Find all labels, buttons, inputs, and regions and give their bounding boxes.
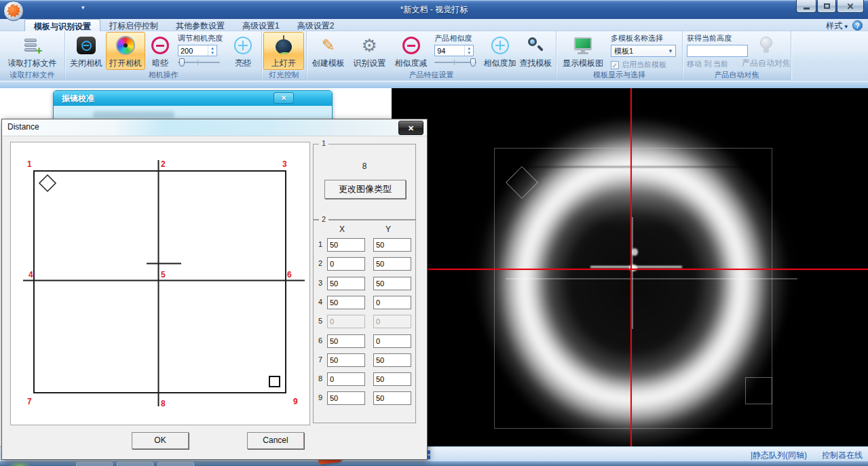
pencil-icon: ✎ xyxy=(322,37,335,54)
point-1-x-input[interactable] xyxy=(327,238,365,252)
lamp-icon xyxy=(274,35,293,56)
group-camera-ops: 关闭相机 打开相机 暗些 调节相机亮度 ▲▼ xyxy=(65,31,262,80)
close-button[interactable]: ✕ xyxy=(837,0,864,13)
point-1-y-input[interactable] xyxy=(373,238,411,252)
plus-circle-icon xyxy=(491,37,509,54)
enable-template-checkbox[interactable]: ✓ 启用当前模板 xyxy=(611,60,666,70)
ok-button[interactable]: OK xyxy=(132,432,189,449)
multi-template-label: 多模板名称选择 xyxy=(611,33,663,43)
point-row-1: 1 xyxy=(314,238,417,252)
point-9-y-input[interactable] xyxy=(373,391,411,405)
change-image-type-button[interactable]: 更改图像类型 xyxy=(324,180,406,199)
template-square-marker xyxy=(745,377,772,404)
quick-access-caret-icon[interactable]: ▾ xyxy=(81,5,85,11)
taskbar-button[interactable] xyxy=(117,462,153,466)
close-icon[interactable]: ✕ xyxy=(273,92,294,104)
similarity-slider[interactable] xyxy=(434,58,476,66)
point-index: 3 xyxy=(318,279,322,287)
group-label-camera-ops: 相机操作 xyxy=(65,70,261,80)
close-icon: ✕ xyxy=(847,2,854,11)
point-5-y-input[interactable] xyxy=(373,315,411,328)
similarity-minus-button[interactable]: 相似度减 xyxy=(390,32,432,70)
point-4-y-input[interactable] xyxy=(373,296,411,309)
point-8-x-input[interactable] xyxy=(327,372,365,386)
point-2-y-input[interactable] xyxy=(373,257,411,271)
crosshair-horizontal-line xyxy=(392,269,868,270)
start-orb-icon[interactable] xyxy=(10,461,30,466)
grid-point-label-2: 2 xyxy=(161,159,166,169)
point-row-2: 2 xyxy=(314,257,417,271)
product-autofocus-button[interactable]: 产品自动对焦 xyxy=(744,32,789,70)
point-row-7: 7 xyxy=(314,353,417,367)
point-8-y-input[interactable] xyxy=(373,372,411,386)
tab-other-params[interactable]: 其他参数设置 xyxy=(167,19,233,31)
darker-button[interactable]: 暗些 xyxy=(145,32,175,70)
taskbar-button[interactable] xyxy=(76,462,113,466)
similarity-label: 产品相似度 xyxy=(434,33,472,43)
maximize-button[interactable] xyxy=(817,0,836,13)
read-mark-file-button[interactable]: + 读取打标文件 xyxy=(1,32,63,70)
point-4-x-input[interactable] xyxy=(327,296,365,309)
brightness-label: 调节相机亮度 xyxy=(178,33,223,43)
spinner-arrows-icon[interactable]: ▲▼ xyxy=(464,45,473,56)
point-row-6: 6 xyxy=(314,334,417,348)
point-row-4: 4 xyxy=(314,296,417,309)
current-height-input[interactable] xyxy=(687,45,748,57)
top-light-on-button[interactable]: 上灯开 xyxy=(263,32,304,70)
cancel-button[interactable]: Cancel xyxy=(247,432,304,449)
template-dropdown[interactable]: 模板1 ▼ xyxy=(611,45,676,57)
point-9-x-input[interactable] xyxy=(327,391,365,405)
distance-dialog-titlebar[interactable]: Distance ✕ xyxy=(2,119,427,136)
spinner-arrows-icon[interactable]: ▲▼ xyxy=(208,45,216,56)
brightness-slider[interactable] xyxy=(178,58,220,66)
tab-advanced-2[interactable]: 高级设置2 xyxy=(288,19,343,31)
point-index: 9 xyxy=(318,393,322,402)
create-template-button[interactable]: ✎ 创建模板 xyxy=(308,32,348,70)
brighter-button[interactable]: 亮些 xyxy=(228,32,258,70)
point-7-y-input[interactable] xyxy=(373,353,411,367)
point-3-x-input[interactable] xyxy=(327,277,365,290)
slider-thumb[interactable] xyxy=(179,58,185,66)
point-index: 6 xyxy=(318,336,322,345)
point-7-x-input[interactable] xyxy=(327,353,365,367)
recognition-settings-button[interactable]: ⚙ 识别设置 xyxy=(348,32,390,70)
close-camera-button[interactable]: 关闭相机 xyxy=(67,32,106,70)
taskbar-button[interactable] xyxy=(157,462,194,466)
help-icon[interactable]: ? xyxy=(852,20,863,31)
show-template-button[interactable]: 显示模板图 xyxy=(558,32,608,70)
maximize-icon xyxy=(824,3,830,9)
slider-thumb[interactable] xyxy=(470,58,476,66)
calibration-grid-canvas: 123456789 xyxy=(10,142,310,425)
similarity-plus-button[interactable]: 相似度加 xyxy=(483,32,517,70)
tab-template-recognition[interactable]: 模板与识别设置 xyxy=(24,19,100,31)
close-icon[interactable]: ✕ xyxy=(398,121,423,135)
find-template-button[interactable]: 查找模板 xyxy=(517,32,554,70)
windows-taskbar[interactable] xyxy=(0,461,868,466)
speckle xyxy=(631,248,638,256)
similarity-input[interactable] xyxy=(435,45,464,56)
point-5-x-input[interactable] xyxy=(327,315,365,328)
grid-point-label-8: 8 xyxy=(161,399,166,408)
point-6-x-input[interactable] xyxy=(327,334,365,348)
minimize-icon xyxy=(804,7,810,9)
plus-circle-icon xyxy=(234,37,252,54)
minimize-button[interactable] xyxy=(796,0,816,13)
calibration-dialog-titlebar[interactable]: 振镜校准 ✕ xyxy=(54,91,332,106)
point-row-3: 3 xyxy=(314,277,417,290)
tab-mark-start-stop[interactable]: 打标启停控制 xyxy=(100,19,167,31)
minus-circle-icon xyxy=(402,37,420,54)
point-3-y-input[interactable] xyxy=(373,277,411,290)
brightness-spinner: ▲▼ xyxy=(178,45,217,56)
tab-advanced-1[interactable]: 高级设置1 xyxy=(233,19,288,31)
app-menu-orb[interactable] xyxy=(3,1,24,21)
get-height-label: 获得当前高度 xyxy=(687,33,732,43)
point-2-x-input[interactable] xyxy=(327,257,365,271)
brightness-input[interactable] xyxy=(178,45,208,56)
points-groupbox: 2 X Y 123456789 xyxy=(313,220,416,423)
template-select-cluster: 多模板名称选择 模板1 ▼ ✓ 启用当前模板 xyxy=(608,32,680,70)
monitor-icon xyxy=(573,36,593,55)
open-camera-button[interactable]: 打开相机 xyxy=(106,32,145,70)
point-6-y-input[interactable] xyxy=(373,334,411,348)
ribbon-toolbar: + 读取打标文件 读取打标文件 关闭相机 打开相机 暗些 xyxy=(0,31,868,80)
style-menu-button[interactable]: 样式 ▾ xyxy=(826,20,848,32)
